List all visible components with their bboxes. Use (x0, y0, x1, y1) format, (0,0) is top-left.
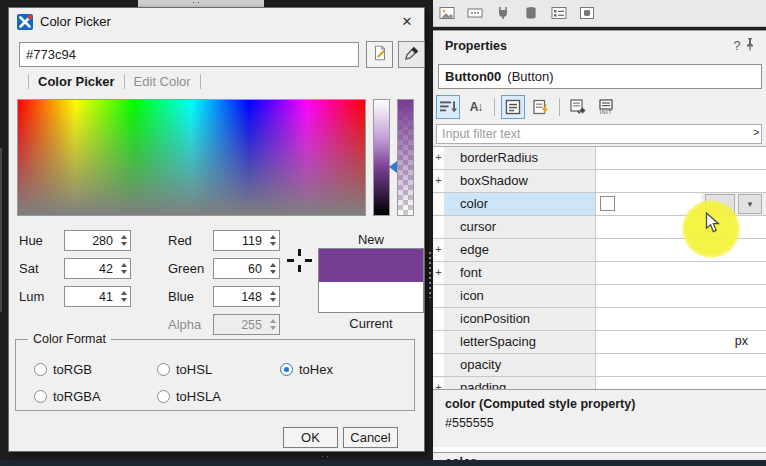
green-label: Green (168, 261, 204, 276)
init-properties-button[interactable]: INIT (594, 95, 618, 119)
stepper-arrows-icon[interactable] (117, 287, 130, 306)
expand-icon[interactable] (433, 308, 444, 330)
stepper-arrows-icon[interactable] (266, 231, 279, 250)
cancel-button[interactable]: Cancel (343, 427, 398, 448)
radio-icon (34, 390, 47, 403)
property-row-font[interactable]: + font (433, 262, 766, 285)
sat-stepper[interactable]: 42 (64, 258, 131, 279)
property-value-cell[interactable]: ... ▼ (595, 193, 766, 215)
alpha-label: Alpha (168, 317, 201, 332)
property-value-cell[interactable] (595, 170, 766, 192)
radio-torgba[interactable]: toRGBA (34, 389, 101, 404)
form-list-panel-icon[interactable] (550, 4, 568, 22)
show-all-properties-button[interactable] (501, 95, 525, 119)
radio-tohsla[interactable]: toHSLA (157, 389, 221, 404)
expand-icon[interactable]: + (433, 147, 444, 169)
app-bottom-bar (0, 460, 766, 466)
filter-caret-icon[interactable]: > (753, 126, 759, 138)
image-panel-icon[interactable] (438, 4, 456, 22)
dialog-tabs: Color Picker Edit Color (19, 71, 369, 91)
stepper-arrows-icon[interactable] (266, 259, 279, 278)
close-icon[interactable]: ✕ (398, 14, 416, 29)
new-color-swatch (319, 249, 423, 282)
data-box-panel-icon[interactable] (578, 4, 596, 22)
property-value-cell[interactable] (595, 262, 766, 284)
panel-splitter-handle[interactable] (429, 252, 431, 298)
database-bin-icon[interactable] (522, 4, 540, 22)
expand-icon[interactable] (433, 216, 444, 238)
sat-label: Sat (19, 261, 39, 276)
blue-label: Blue (168, 289, 194, 304)
sort-alphabetical-button[interactable]: A↓ (464, 95, 488, 119)
eyedropper-button[interactable] (398, 41, 425, 68)
expand-icon[interactable]: + (433, 239, 444, 261)
changed-properties-button[interactable] (566, 95, 590, 119)
color-format-legend: Color Format (28, 332, 111, 346)
dropdown-arrow-icon[interactable]: ▼ (738, 194, 762, 214)
red-stepper[interactable]: 119 (213, 230, 280, 251)
radio-selected-icon (280, 363, 293, 376)
property-value-cell[interactable] (595, 147, 766, 169)
lum-stepper[interactable]: 41 (64, 286, 131, 307)
property-row-borderradius[interactable]: + borderRadius (433, 147, 766, 170)
toolbar-separator (494, 98, 495, 116)
description-title: color (Computed style property) (445, 397, 758, 411)
property-value-cell[interactable]: px (595, 331, 766, 353)
copy-color-button[interactable] (366, 41, 393, 68)
hue-stepper[interactable]: 280 (64, 230, 131, 251)
pin-icon[interactable] (744, 37, 756, 54)
luminance-marker-icon[interactable] (389, 161, 397, 173)
property-value-cell[interactable] (595, 239, 766, 261)
dialog-titlebar[interactable]: Color Picker ✕ (9, 8, 424, 35)
plug-connector-icon[interactable] (494, 4, 512, 22)
help-button[interactable]: ? (730, 39, 744, 53)
property-filter-input[interactable] (436, 124, 762, 144)
document-edit-icon (371, 44, 389, 66)
saturation-hue-gradient[interactable] (17, 99, 366, 216)
property-value-cell[interactable] (595, 285, 766, 307)
alpha-bar[interactable] (397, 99, 414, 216)
color-picker-dialog: Color Picker ✕ Color Picker Edit Color H… (8, 7, 425, 452)
hex-color-input[interactable] (19, 42, 359, 67)
property-value-cell[interactable] (595, 308, 766, 330)
property-value-cell[interactable] (595, 216, 766, 238)
event-properties-button[interactable] (529, 95, 553, 119)
luminance-bar[interactable] (373, 99, 390, 216)
ellipsis-panel-icon[interactable] (466, 4, 484, 22)
current-color-swatch (319, 282, 423, 312)
properties-title: Properties (445, 39, 507, 53)
current-swatch-label: Current (318, 316, 424, 331)
element-selector-combo[interactable]: Button00 (Button) (438, 64, 762, 89)
property-row-padding[interactable]: + padding (433, 377, 766, 389)
property-row-boxshadow[interactable]: + boxShadow (433, 170, 766, 193)
property-row-opacity[interactable]: opacity (433, 354, 766, 377)
green-stepper[interactable]: 60 (213, 258, 280, 279)
color-value-swatch[interactable] (600, 196, 615, 211)
toolbar-separator (559, 98, 560, 116)
ok-button[interactable]: OK (283, 427, 338, 448)
stepper-arrows-icon[interactable] (117, 231, 130, 250)
stepper-arrows-icon[interactable] (117, 259, 130, 278)
property-value-cell[interactable] (595, 354, 766, 376)
sort-categorized-button[interactable] (436, 95, 460, 119)
radio-tohex[interactable]: toHex (280, 362, 333, 377)
property-value-cell[interactable] (595, 377, 766, 389)
tab-color-picker[interactable]: Color Picker (38, 74, 115, 89)
expand-icon[interactable] (433, 193, 444, 215)
property-row-icon[interactable]: icon (433, 285, 766, 308)
expand-icon[interactable]: + (433, 262, 444, 284)
dialog-title: Color Picker (40, 14, 111, 29)
blue-stepper[interactable]: 148 (213, 286, 280, 307)
expand-icon[interactable]: + (433, 170, 444, 192)
expand-icon[interactable] (433, 285, 444, 307)
stepper-arrows-icon[interactable] (266, 287, 279, 306)
tab-edit-color[interactable]: Edit Color (134, 74, 191, 89)
expand-icon[interactable] (433, 331, 444, 353)
property-row-iconposition[interactable]: iconPosition (433, 308, 766, 331)
expand-icon[interactable] (433, 354, 444, 376)
radio-torgb[interactable]: toRGB (34, 362, 92, 377)
property-row-letterspacing[interactable]: letterSpacing px (433, 331, 766, 354)
property-description-panel: color (Computed style property) #555555 (433, 389, 766, 447)
radio-tohsl[interactable]: toHSL (157, 362, 212, 377)
expand-icon[interactable]: + (433, 377, 444, 389)
